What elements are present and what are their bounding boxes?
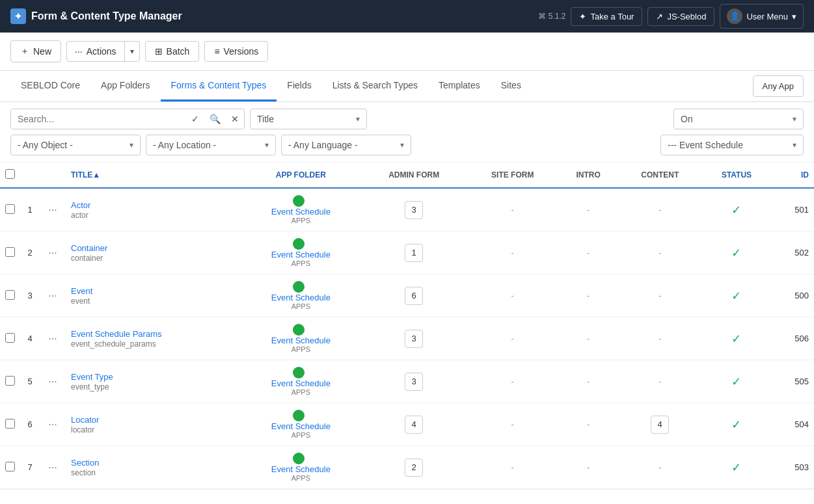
app-folder-link[interactable]: Event Schedule <box>246 293 356 302</box>
count-badge[interactable]: 4 <box>651 416 669 434</box>
site-form-header[interactable]: SITE FORM <box>467 163 558 188</box>
location-filter[interactable]: - Any Location - ▾ <box>146 135 276 155</box>
row-checkbox[interactable] <box>5 290 15 300</box>
dash-cell: - <box>511 291 514 300</box>
title-filter[interactable]: Title ▾ <box>250 109 367 129</box>
status-check-icon[interactable]: ✓ <box>731 246 741 259</box>
row-checkbox[interactable] <box>5 376 15 386</box>
title-filter-label: Title <box>257 114 351 124</box>
options-menu-button[interactable]: ··· <box>48 204 57 215</box>
row-title-link[interactable]: Container <box>71 243 107 253</box>
search-go-button[interactable]: 🔍 <box>204 109 226 129</box>
app-folder-link[interactable]: Event Schedule <box>246 336 356 345</box>
options-menu-button[interactable]: ··· <box>48 376 57 387</box>
row-options[interactable]: ··· <box>40 232 66 274</box>
row-title-cell: Locator locator <box>66 403 241 446</box>
id-header[interactable]: ID <box>772 163 814 188</box>
count-badge[interactable]: 4 <box>405 416 423 434</box>
count-badge[interactable]: 1 <box>405 244 423 262</box>
row-title-link[interactable]: Section <box>71 458 99 468</box>
batch-button[interactable]: ⊞ Batch <box>145 41 200 62</box>
status-check-icon[interactable]: ✓ <box>731 332 741 345</box>
app-folder-link[interactable]: Event Schedule <box>246 250 356 259</box>
status-header[interactable]: STATUS <box>701 163 772 188</box>
row-options[interactable]: ··· <box>40 360 66 403</box>
toolbar: ＋ New ··· Actions ▾ ⊞ Batch ≡ Versions <box>0 33 814 71</box>
new-button[interactable]: ＋ New <box>10 40 61 62</box>
app-folder-header[interactable]: APP FOLDER <box>241 163 361 188</box>
app-folder-link[interactable]: Event Schedule <box>246 464 356 474</box>
tab-seblod-core[interactable]: SEBLOD Core <box>10 71 90 101</box>
admin-form-header[interactable]: ADMIN FORM <box>361 163 467 188</box>
status-filter[interactable]: On ▾ <box>673 109 804 129</box>
row-status-cell[interactable]: ✓ <box>701 274 772 317</box>
row-checkbox[interactable] <box>5 247 15 257</box>
user-menu-button[interactable]: 👤 User Menu ▾ <box>720 4 804 29</box>
language-filter[interactable]: - Any Language - ▾ <box>281 135 411 155</box>
options-menu-button[interactable]: ··· <box>48 247 57 258</box>
count-badge[interactable]: 3 <box>405 330 423 348</box>
row-title-link[interactable]: Event Type <box>71 372 113 382</box>
options-menu-button[interactable]: ··· <box>48 462 57 473</box>
search-confirm-button[interactable]: ✓ <box>186 109 204 129</box>
row-status-cell[interactable]: ✓ <box>701 188 772 232</box>
options-menu-button[interactable]: ··· <box>48 333 57 344</box>
count-badge[interactable]: 3 <box>405 201 423 219</box>
row-title-link[interactable]: Event Schedule Params <box>71 329 161 339</box>
status-check-icon[interactable]: ✓ <box>731 204 741 217</box>
row-options[interactable]: ··· <box>40 188 66 232</box>
status-check-icon[interactable]: ✓ <box>731 461 741 474</box>
actions-split-button[interactable]: ··· Actions ▾ <box>66 41 140 62</box>
app-folder-link[interactable]: Event Schedule <box>246 207 356 217</box>
search-input[interactable] <box>11 109 186 129</box>
content-header[interactable]: CONTENT <box>618 163 701 188</box>
status-check-icon[interactable]: ✓ <box>731 289 741 302</box>
tab-lists-search-types[interactable]: Lists & Search Types <box>322 71 428 101</box>
actions-arrow[interactable]: ▾ <box>125 42 139 60</box>
tab-templates[interactable]: Templates <box>428 71 491 101</box>
take-tour-button[interactable]: ✦ Take a Tour <box>571 7 642 26</box>
options-menu-button[interactable]: ··· <box>48 419 57 430</box>
tab-fields[interactable]: Fields <box>277 71 321 101</box>
row-checkbox[interactable] <box>5 204 15 214</box>
status-check-icon[interactable]: ✓ <box>731 375 741 388</box>
sort-icon: ▲ <box>92 170 100 179</box>
app-folder-link[interactable]: Event Schedule <box>246 378 356 388</box>
row-title-link[interactable]: Actor <box>71 200 90 210</box>
row-status-cell[interactable]: ✓ <box>701 360 772 403</box>
row-status-cell[interactable]: ✓ <box>701 317 772 360</box>
row-checkbox[interactable] <box>5 462 15 471</box>
actions-main[interactable]: ··· Actions <box>67 42 125 61</box>
status-check-icon[interactable]: ✓ <box>731 418 741 431</box>
object-filter[interactable]: - Any Object - ▾ <box>10 135 141 155</box>
row-checkbox[interactable] <box>5 419 15 429</box>
tab-app-folders[interactable]: App Folders <box>90 71 160 101</box>
intro-header[interactable]: INTRO <box>558 163 618 188</box>
count-badge[interactable]: 6 <box>405 287 423 305</box>
app-folder-link[interactable]: Event Schedule <box>246 421 356 431</box>
select-all-checkbox[interactable] <box>5 169 15 179</box>
versions-button[interactable]: ≡ Versions <box>204 41 268 62</box>
row-options[interactable]: ··· <box>40 403 66 446</box>
row-options[interactable]: ··· <box>40 446 66 489</box>
schedule-filter[interactable]: --- Event Schedule ▾ <box>660 135 804 155</box>
row-checkbox[interactable] <box>5 333 15 343</box>
js-seblod-button[interactable]: ↗ JS-Seblod <box>647 7 714 26</box>
row-options[interactable]: ··· <box>40 274 66 317</box>
schedule-filter-arrow: ▾ <box>793 140 796 150</box>
search-clear-button[interactable]: ✕ <box>226 109 244 129</box>
row-options[interactable]: ··· <box>40 317 66 360</box>
title-header[interactable]: TITLE▲ <box>66 163 241 188</box>
any-app-button[interactable]: Any App <box>753 75 804 97</box>
tab-forms-content-types[interactable]: Forms & Content Types <box>161 71 277 101</box>
tab-sites[interactable]: Sites <box>491 71 532 101</box>
count-badge[interactable]: 3 <box>405 373 423 391</box>
count-badge[interactable]: 2 <box>405 458 423 477</box>
row-status-cell[interactable]: ✓ <box>701 232 772 274</box>
search-group[interactable]: ✓ 🔍 ✕ <box>10 109 245 129</box>
row-title-link[interactable]: Locator <box>71 415 99 425</box>
row-status-cell[interactable]: ✓ <box>701 403 772 446</box>
row-title-link[interactable]: Event <box>71 286 92 296</box>
options-menu-button[interactable]: ··· <box>48 290 57 301</box>
row-status-cell[interactable]: ✓ <box>701 446 772 489</box>
